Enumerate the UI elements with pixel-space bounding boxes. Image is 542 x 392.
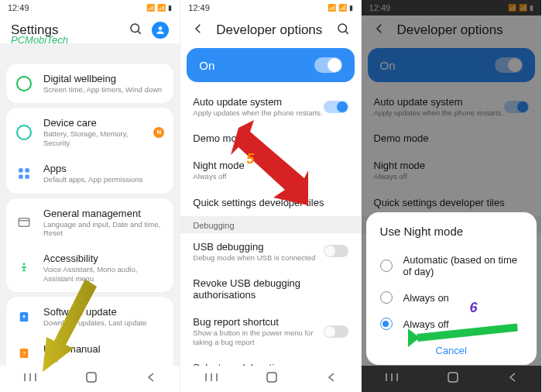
svg-rect-3: [19, 168, 22, 172]
back-button[interactable]: [191, 22, 205, 39]
option-always-on[interactable]: Always on: [380, 284, 523, 311]
device-care-icon: [15, 124, 33, 141]
master-toggle-bar[interactable]: On: [187, 48, 354, 82]
svg-line-21: [345, 31, 348, 33]
svg-line-1: [139, 31, 141, 33]
back-icon[interactable]: [146, 372, 156, 386]
revoke-usb-row[interactable]: Revoke USB debugging authorisations: [180, 270, 360, 308]
master-toggle[interactable]: [314, 57, 342, 73]
apps-row[interactable]: AppsDefault apps, App permissions: [6, 155, 173, 191]
svg-rect-30: [448, 373, 458, 382]
status-icons: 📶📶▮: [146, 4, 172, 12]
auto-update-row[interactable]: Auto update systemApply updates when the…: [180, 88, 360, 125]
auto-update-toggle[interactable]: [324, 101, 348, 113]
svg-rect-6: [26, 174, 29, 178]
search-icon[interactable]: [129, 22, 142, 39]
radio-icon: [380, 260, 393, 272]
digital-wellbeing-row[interactable]: Digital wellbeingScreen time, App timers…: [6, 65, 173, 101]
update-icon: [15, 308, 33, 325]
status-icons: 📶📶▮: [328, 4, 353, 12]
back-icon[interactable]: [326, 372, 337, 386]
recents-icon[interactable]: [204, 372, 218, 386]
usb-debug-toggle[interactable]: [324, 245, 348, 257]
on-label: On: [199, 59, 214, 72]
dialog-title: Use Night mode: [380, 225, 523, 238]
notification-badge: N: [153, 127, 164, 138]
nav-bar: [362, 366, 541, 392]
debugging-section-header: Debugging: [180, 216, 360, 233]
radio-icon: [380, 318, 393, 330]
watermark: PCMobiTech: [11, 34, 68, 46]
recents-icon[interactable]: [23, 372, 37, 386]
recents-icon[interactable]: [385, 372, 399, 386]
avatar[interactable]: [152, 22, 169, 39]
cancel-button[interactable]: Cancel: [436, 345, 467, 356]
status-time: 12:49: [8, 3, 29, 12]
night-mode-dialog: Use Night mode Automatic (based on time …: [366, 212, 537, 365]
settings-list: Digital wellbeingScreen time, App timers…: [0, 43, 180, 392]
general-mgmt-row[interactable]: General managementLanguage and input, Da…: [6, 200, 173, 246]
bug-report-toggle[interactable]: [324, 325, 348, 338]
svg-rect-4: [26, 168, 29, 172]
accessibility-row[interactable]: AccessibilityVoice Assistant, Mono audio…: [6, 245, 173, 291]
software-update-row[interactable]: Software updateDownload updates, Last up…: [6, 298, 173, 335]
bug-report-row[interactable]: Bug report shortcutShow a button in the …: [180, 308, 360, 354]
general-icon: [15, 214, 33, 231]
nav-bar: [180, 366, 360, 392]
home-icon[interactable]: [84, 370, 98, 387]
home-icon[interactable]: [265, 370, 279, 387]
option-always-off[interactable]: Always off: [380, 311, 523, 337]
page-title: Developer options: [216, 22, 335, 38]
usb-debugging-row[interactable]: USB debuggingDebug mode when USB is conn…: [180, 233, 360, 270]
settings-panel: 12:49 📶📶▮ Settings PCMobiTech Digital we…: [0, 0, 180, 392]
option-automatic[interactable]: Automatic (based on time of day): [380, 247, 523, 284]
svg-point-2: [159, 26, 163, 30]
quick-tiles-row[interactable]: Quick settings developer tiles: [180, 189, 360, 216]
radio-icon: [380, 291, 393, 304]
accessibility-icon: [15, 260, 33, 277]
svg-point-9: [23, 263, 26, 265]
svg-rect-25: [267, 373, 276, 382]
status-bar: 12:49 📶📶▮: [0, 0, 180, 15]
manual-icon: ?: [15, 345, 33, 362]
svg-text:?: ?: [22, 350, 26, 357]
svg-rect-18: [87, 373, 96, 382]
step-number-5: 5: [246, 151, 254, 167]
demo-mode-row[interactable]: Demo mode: [180, 125, 360, 152]
svg-point-0: [131, 24, 139, 33]
night-mode-row[interactable]: Night modeAlways off: [180, 152, 360, 188]
search-icon[interactable]: [336, 22, 350, 39]
status-bar: 12:49 📶📶▮: [180, 0, 360, 15]
device-care-row[interactable]: Device careBattery, Storage, Memory, Sec…: [6, 109, 173, 155]
developer-options-panel: 12:49 📶📶▮ Developer options On Auto upda…: [180, 0, 361, 392]
night-mode-dialog-panel: 12:49 📶📶▮ Developer options On Auto upda…: [362, 0, 542, 392]
apps-icon: [15, 165, 33, 182]
step-number-6: 6: [470, 300, 478, 316]
wellbeing-icon: [15, 75, 33, 92]
status-time: 12:49: [188, 3, 210, 12]
back-icon[interactable]: [507, 372, 518, 386]
svg-point-20: [338, 24, 347, 33]
home-icon[interactable]: [446, 370, 460, 387]
nav-bar: [0, 366, 180, 392]
svg-rect-7: [19, 218, 29, 227]
svg-rect-5: [19, 174, 22, 178]
dev-header: Developer options: [180, 15, 360, 43]
